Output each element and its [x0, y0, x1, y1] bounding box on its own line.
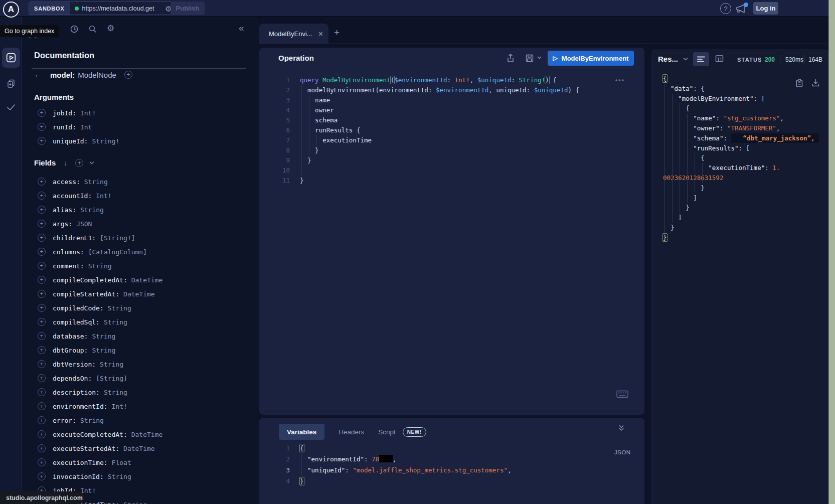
add-to-query-button[interactable]: + — [38, 248, 46, 256]
field-name[interactable]: description: — [53, 389, 100, 396]
field-name[interactable]: accountId: — [53, 192, 92, 200]
keyboard-shortcuts-icon[interactable] — [616, 390, 628, 398]
add-to-query-button[interactable]: + — [38, 402, 46, 410]
field-name[interactable]: columns: — [53, 248, 84, 256]
run-operation-button[interactable]: ▷ ModelByEnvironment — [548, 51, 634, 66]
close-tab-icon[interactable]: × — [318, 30, 323, 39]
add-to-query-button[interactable]: + — [38, 472, 46, 480]
add-to-query-button[interactable]: + — [38, 276, 46, 284]
field-type-link[interactable]: String — [88, 262, 112, 270]
add-to-query-button[interactable]: + — [38, 109, 46, 117]
sidebar-item-checks[interactable] — [0, 103, 22, 112]
endpoint-url-input[interactable]: https://metadata.cloud.get ⚙ — [70, 2, 174, 15]
field-type-link[interactable]: String — [100, 361, 123, 368]
field-name[interactable]: uniqueId: — [53, 137, 88, 145]
field-type-link[interactable]: Int! — [96, 192, 111, 200]
add-to-query-button[interactable]: + — [38, 206, 46, 214]
field-name[interactable]: executeCompletedAt: — [53, 431, 127, 438]
field-name[interactable]: error: — [53, 417, 76, 424]
field-type-link[interactable]: String — [104, 318, 127, 326]
field-type-link[interactable]: DateTime — [123, 445, 155, 452]
field-type-link[interactable]: Float — [112, 459, 131, 466]
add-to-query-button[interactable]: + — [38, 262, 46, 270]
field-name[interactable]: invocationId: — [53, 473, 104, 480]
field-type-link[interactable]: [String!] — [100, 234, 135, 242]
add-to-query-button[interactable]: + — [38, 374, 46, 382]
login-button[interactable]: Log in — [753, 2, 778, 15]
add-to-query-button[interactable]: + — [38, 290, 46, 298]
add-to-query-button[interactable]: + — [38, 388, 46, 396]
variables-editor[interactable]: 1{2 "environmentId": 78,3 "uniqueId": "m… — [259, 443, 644, 487]
apollo-logo[interactable]: A — [3, 2, 19, 18]
save-options-chevron-icon[interactable] — [537, 56, 542, 59]
field-name[interactable]: jobId: — [53, 109, 76, 117]
add-to-query-button[interactable]: + — [38, 192, 46, 200]
field-type-link[interactable]: String — [84, 178, 108, 186]
search-icon[interactable] — [88, 25, 97, 34]
field-type-link[interactable]: [String] — [96, 375, 127, 382]
field-name[interactable]: executionTime: — [53, 459, 108, 466]
collapse-panel-icon[interactable]: « — [239, 23, 244, 34]
new-tab-button[interactable]: + — [334, 27, 340, 38]
back-arrow-icon[interactable]: ← — [34, 70, 42, 79]
add-to-query-button[interactable]: + — [38, 178, 46, 186]
chevron-down-icon[interactable] — [89, 161, 94, 164]
announcements-icon[interactable] — [735, 4, 747, 15]
add-to-query-button[interactable]: + — [38, 416, 46, 424]
field-type-link[interactable]: String — [108, 473, 131, 480]
sidebar-item-collections[interactable] — [0, 79, 22, 89]
field-type-link[interactable]: DateTime — [131, 431, 163, 438]
tab-headers[interactable]: Headers — [339, 428, 364, 436]
field-name[interactable]: childrenL1: — [53, 234, 96, 242]
help-icon[interactable]: ? — [720, 3, 731, 14]
history-icon[interactable] — [70, 25, 79, 34]
add-to-query-button[interactable]: + — [38, 220, 46, 228]
sidebar-item-explorer-active[interactable] — [2, 48, 20, 68]
field-type-link[interactable]: DateTime — [123, 290, 155, 298]
add-to-query-button[interactable]: + — [38, 458, 46, 466]
add-to-query-button[interactable]: + — [38, 123, 46, 131]
field-name[interactable]: environmentId: — [53, 403, 108, 410]
field-type-link[interactable]: Int! — [112, 403, 127, 410]
collapse-bottom-panel-icon[interactable] — [618, 425, 624, 431]
field-type-link[interactable]: DateTime — [131, 276, 163, 284]
field-name[interactable]: dependsOn: — [53, 375, 92, 382]
field-name[interactable]: database: — [53, 332, 88, 340]
json-view-toggle-active[interactable] — [693, 52, 709, 66]
field-name[interactable]: comment: — [53, 262, 84, 270]
add-to-query-button[interactable]: + — [38, 346, 46, 354]
field-name[interactable]: compileCompletedAt: — [53, 276, 127, 284]
add-to-query-button[interactable]: + — [38, 332, 46, 340]
add-field-button[interactable]: + — [124, 71, 132, 79]
field-name[interactable]: compiledSql: — [53, 318, 100, 326]
field-type-link[interactable]: String! — [92, 137, 119, 145]
response-chevron-icon[interactable] — [683, 57, 688, 61]
field-name[interactable]: compileStartedAt: — [53, 290, 119, 298]
field-type-link[interactable]: String — [108, 304, 131, 312]
add-to-query-button[interactable]: + — [38, 234, 46, 242]
save-operation-icon[interactable] — [525, 53, 534, 63]
field-type-link[interactable]: Int — [80, 123, 92, 131]
field-type-link[interactable]: String — [80, 417, 104, 424]
add-all-fields-button[interactable]: + — [75, 159, 83, 167]
field-name[interactable]: alias: — [53, 206, 76, 214]
sort-fields-icon[interactable]: ↓ — [64, 159, 67, 167]
add-to-query-button[interactable]: + — [38, 137, 46, 145]
field-name[interactable]: runId: — [53, 123, 76, 131]
tab-variables[interactable]: Variables — [279, 424, 324, 440]
operation-editor[interactable]: 1query ModelByEnvironment($environmentId… — [259, 75, 644, 186]
tab-script[interactable]: Script — [378, 428, 396, 436]
field-type-link[interactable]: String — [123, 501, 147, 504]
field-name[interactable]: dbtGroup: — [53, 347, 88, 354]
publish-button[interactable]: Publish — [171, 2, 205, 15]
endpoint-url-text[interactable]: https://metadata.cloud.get — [82, 5, 161, 12]
table-view-toggle-icon[interactable] — [715, 55, 724, 63]
add-to-query-button[interactable]: + — [38, 360, 46, 368]
field-type-link[interactable]: JSON — [76, 220, 92, 228]
field-type-link[interactable]: String — [92, 347, 115, 354]
field-name[interactable]: args: — [53, 220, 72, 228]
add-to-query-button[interactable]: + — [38, 304, 46, 312]
field-type-link[interactable]: String — [80, 206, 104, 214]
response-json-viewer[interactable]: { "data": { "modelByEnvironment": [ { "n… — [651, 74, 828, 243]
add-to-query-button[interactable]: + — [38, 318, 46, 326]
